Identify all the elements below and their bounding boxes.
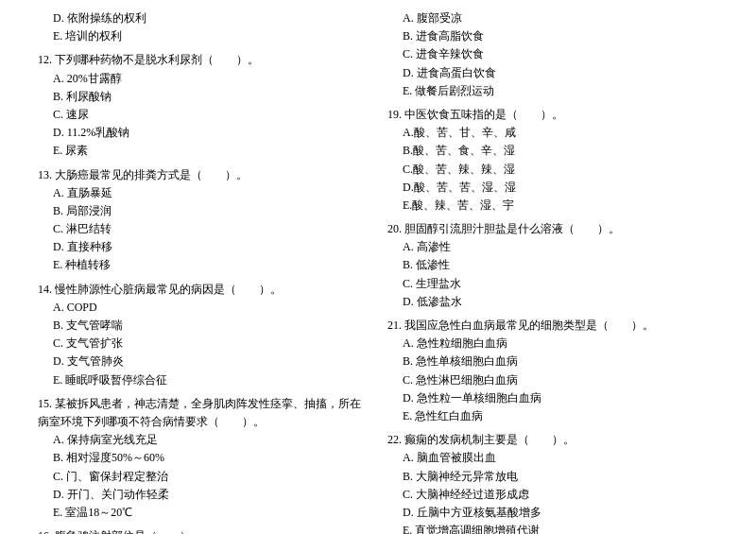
q14-option-a: A. COPD <box>38 299 369 317</box>
q14-option-b: B. 支气管哮喘 <box>38 317 369 335</box>
question-14: 14. 慢性肺源性心脏病最常见的病因是（ ）。 A. COPD B. 支气管哮喘… <box>38 281 369 389</box>
q20-option-a: A. 高渗性 <box>387 238 718 256</box>
q13-option-a: A. 直肠暴延 <box>38 184 369 202</box>
q22-option-a: A. 脑血管被膜出血 <box>387 449 718 467</box>
q21-option-e: E. 急性红白血病 <box>387 407 718 425</box>
question-15: 15. 某被拆风患者，神志清楚，全身肌肉阵发性痉挛、抽搐，所在病室环境下列哪项不… <box>38 395 369 522</box>
q21-option-b: B. 急性单核细胞白血病 <box>387 353 718 370</box>
question-22-title: 22. 癫痫的发病机制主要是（ ）。 <box>387 431 718 449</box>
question-16: 16. 腹急鸡注射部位是（ ）。 A. 髂释区域 B. 上臂外侧 C. 大腿内侧… <box>38 527 369 534</box>
q19-option-e: E.酸、辣、苦、湿、宇 <box>387 197 718 215</box>
option-d-prev: D. 依附操练的权利 <box>38 9 369 27</box>
q13-option-c: C. 淋巴结转 <box>38 220 369 238</box>
q20-option-d: D. 低渗盐水 <box>387 293 718 311</box>
q13-option-b: B. 局部浸润 <box>38 202 369 220</box>
q19-option-d: D.酸、苦、苦、湿、湿 <box>387 179 718 197</box>
q12-option-d: D. 11.2%乳酸钠 <box>38 124 369 142</box>
q12-option-e: E. 尿素 <box>38 142 369 160</box>
q14-option-d: D. 支气管肺炎 <box>38 353 369 370</box>
q20-option-b: B. 低渗性 <box>387 256 718 274</box>
q21-option-c: C. 急性淋巴细胞白血病 <box>387 371 718 389</box>
question-12: 12. 下列哪种药物不是脱水利尿剂（ ）。 A. 20%甘露醇 B. 利尿酸钠 … <box>38 51 369 160</box>
q12-option-b: B. 利尿酸钠 <box>38 88 369 106</box>
question-16-title: 16. 腹急鸡注射部位是（ ）。 <box>38 527 369 534</box>
question-20: 20. 胆固醇引流胆汁胆盐是什么溶液（ ）。 A. 高渗性 B. 低渗性 C. … <box>387 220 718 311</box>
page-container: D. 依附操练的权利 E. 培训的权利 12. 下列哪种药物不是脱水利尿剂（ ）… <box>38 9 718 534</box>
q22-option-d: D. 丘脑中方亚核氨基酸增多 <box>387 504 718 522</box>
q13-option-d: D. 直接种移 <box>38 238 369 256</box>
question-21: 21. 我国应急性白血病最常见的细胞类型是（ ）。 A. 急性粒细胞白血病 B.… <box>387 317 718 425</box>
question-19-title: 19. 中医饮食五味指的是（ ）。 <box>387 106 718 124</box>
q15-option-a: A. 保持病室光线充足 <box>38 431 369 449</box>
prev-option-c: C. 进食辛辣饮食 <box>387 45 718 63</box>
prev-question-right-options: A. 腹部受凉 B. 进食高脂饮食 C. 进食辛辣饮食 D. 进食高蛋白饮食 E… <box>387 9 718 100</box>
q14-option-c: C. 支气管扩张 <box>38 335 369 353</box>
prev-question-de: D. 依附操练的权利 E. 培训的权利 <box>38 9 369 45</box>
question-14-title: 14. 慢性肺源性心脏病最常见的病因是（ ）。 <box>38 281 369 299</box>
question-19: 19. 中医饮食五味指的是（ ）。 A.酸、苦、甘、辛、咸 B.酸、苦、食、辛、… <box>387 106 718 215</box>
q19-option-b: B.酸、苦、食、辛、湿 <box>387 142 718 160</box>
question-13-title: 13. 大肠癌最常见的排粪方式是（ ）。 <box>38 166 369 184</box>
prev-option-a: A. 腹部受凉 <box>387 9 718 27</box>
question-22: 22. 癫痫的发病机制主要是（ ）。 A. 脑血管被膜出血 B. 大脑神经元异常… <box>387 431 718 534</box>
q15-option-c: C. 门、窗保封程定整治 <box>38 468 369 486</box>
prev-option-b: B. 进食高脂饮食 <box>387 27 718 45</box>
q19-option-c: C.酸、苦、辣、辣、湿 <box>387 161 718 179</box>
q21-option-d: D. 急性粒一单核细胞白血病 <box>387 389 718 407</box>
prev-option-d: D. 进食高蛋白饮食 <box>387 64 718 82</box>
q12-option-c: C. 速尿 <box>38 106 369 124</box>
question-21-title: 21. 我国应急性白血病最常见的细胞类型是（ ）。 <box>387 317 718 335</box>
q15-option-e: E. 室温18～20℃ <box>38 504 369 522</box>
q22-option-c: C. 大脑神经经过道形成虑 <box>387 486 718 504</box>
q14-option-e: E. 睡眠呼吸暂停综合征 <box>38 371 369 389</box>
q22-option-e: E. 直觉增高调细胞增殖代谢 <box>387 522 718 534</box>
question-20-title: 20. 胆固醇引流胆汁胆盐是什么溶液（ ）。 <box>387 220 718 238</box>
q15-option-b: B. 相对湿度50%～60% <box>38 449 369 467</box>
q12-option-a: A. 20%甘露醇 <box>38 70 369 88</box>
q22-option-b: B. 大脑神经元异常放电 <box>387 468 718 486</box>
option-e-prev: E. 培训的权利 <box>38 27 369 45</box>
q21-option-a: A. 急性粒细胞白血病 <box>387 335 718 353</box>
left-column: D. 依附操练的权利 E. 培训的权利 12. 下列哪种药物不是脱水利尿剂（ ）… <box>38 9 369 534</box>
two-column-layout: D. 依附操练的权利 E. 培训的权利 12. 下列哪种药物不是脱水利尿剂（ ）… <box>38 9 718 534</box>
q15-option-d: D. 开门、关门动作轻柔 <box>38 486 369 504</box>
question-12-title: 12. 下列哪种药物不是脱水利尿剂（ ）。 <box>38 51 369 69</box>
question-15-title: 15. 某被拆风患者，神志清楚，全身肌肉阵发性痉挛、抽搐，所在病室环境下列哪项不… <box>38 395 369 431</box>
q19-option-a: A.酸、苦、甘、辛、咸 <box>387 124 718 142</box>
q13-option-e: E. 种植转移 <box>38 256 369 274</box>
question-13: 13. 大肠癌最常见的排粪方式是（ ）。 A. 直肠暴延 B. 局部浸润 C. … <box>38 166 369 275</box>
q20-option-c: C. 生理盐水 <box>387 275 718 293</box>
right-column: A. 腹部受凉 B. 进食高脂饮食 C. 进食辛辣饮食 D. 进食高蛋白饮食 E… <box>387 9 718 534</box>
prev-option-e: E. 做餐后剧烈运动 <box>387 82 718 100</box>
